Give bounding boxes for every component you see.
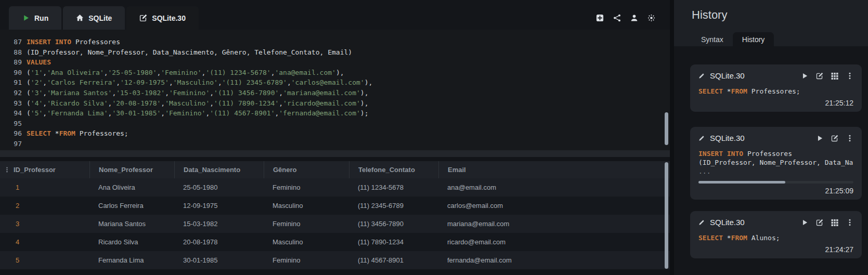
add-icon[interactable] <box>596 14 604 22</box>
share-icon[interactable] <box>613 14 621 22</box>
code-token: , <box>161 109 165 117</box>
code-line: 96SELECT *FROM Professores; <box>0 128 670 139</box>
cell-gênero: Feminino <box>264 256 349 264</box>
code-token: Professores <box>743 150 792 158</box>
column-header-id_professor[interactable]: ID_Professor <box>14 161 89 178</box>
main-panel: RunSQLiteSQLite.30 87INSERT INTO Profess… <box>0 0 670 275</box>
tab-sqlite-30[interactable]: SQLite.30 <box>126 6 199 30</box>
code-token: 'ana@email.com' <box>275 69 335 76</box>
scrollbar-thumb[interactable] <box>698 181 785 184</box>
history-query-scrollbar[interactable] <box>698 181 853 184</box>
code-token: SELECT <box>698 234 723 242</box>
cell-telefone_contato: (11) 4567-8901 <box>349 256 438 264</box>
history-query-line: (ID_Professor, Nome_Professor, Data_Nasc <box>698 158 853 167</box>
code-token: 'ricardo@email.com' <box>283 99 360 107</box>
column-header-email[interactable]: Email <box>438 161 670 178</box>
editor-scrollbar[interactable] <box>665 112 668 145</box>
history-card: SQLite.30SELECT *FROM Professores;21:25:… <box>690 64 862 112</box>
code-token: 'Ana Oliveira' <box>47 69 104 76</box>
edit-icon[interactable] <box>831 135 838 142</box>
topbar-actions <box>596 14 655 22</box>
sidebar-panel: History SyntaxHistory SQLite.30SELECT *F… <box>674 0 868 275</box>
table-row: 4Ricardo Silva20-08-1978Masculino(11) 78… <box>0 233 670 251</box>
code-token: '(11) 4567-8901' <box>210 109 275 117</box>
home-icon <box>76 14 84 22</box>
code-token: ), <box>360 99 369 107</box>
cell-data_nascimento: 15-03-1982 <box>174 220 264 228</box>
tab-label: SQLite.30 <box>152 14 186 22</box>
table-row: 5Fernanda Lima30-01-1985Feminino(11) 456… <box>0 251 670 269</box>
sql-editor[interactable]: 87INSERT INTO Professores88(ID_Professor… <box>0 30 670 150</box>
play-icon[interactable] <box>801 72 808 80</box>
play-icon[interactable] <box>801 219 808 226</box>
kebab-icon[interactable] <box>846 219 853 226</box>
results-table: ID_ProfessorNome_ProfessorData_Nasciment… <box>0 157 670 275</box>
results-scrollbar[interactable] <box>665 162 668 269</box>
cell-data_nascimento: 30-01-1985 <box>174 256 264 264</box>
cell-gênero: Masculino <box>264 238 349 246</box>
code-token: , <box>210 89 214 97</box>
history-query-line: SELECT *FROM Professores; <box>698 87 853 96</box>
edit-icon[interactable] <box>816 219 823 226</box>
code-token: '4' <box>31 99 43 107</box>
column-header-gênero[interactable]: Gênero <box>264 161 349 178</box>
line-code: INSERT INTO Professores <box>22 37 120 47</box>
history-card-header: SQLite.30 <box>698 134 853 142</box>
code-token: , <box>169 78 173 86</box>
results-header: ID_ProfessorNome_ProfessorData_Nasciment… <box>0 161 670 178</box>
history-sidebar: History SyntaxHistory SQLite.30SELECT *F… <box>670 0 868 275</box>
code-token: * <box>723 234 731 242</box>
edit-icon[interactable] <box>816 72 823 80</box>
code-token: INSERT INTO <box>698 150 743 158</box>
code-token: '2' <box>31 78 43 86</box>
column-header-telefone_contato[interactable]: Telefone_Contato <box>349 161 438 178</box>
code-token: '5' <box>31 109 43 117</box>
grid-icon[interactable] <box>831 72 838 80</box>
code-token: 'Feminino' <box>169 89 210 97</box>
code-token: 'fernanda@email.com' <box>279 109 360 117</box>
tab-sqlite[interactable]: SQLite <box>63 6 125 30</box>
history-query-line: ... <box>698 167 853 176</box>
code-token: ( <box>27 99 31 107</box>
code-token: 'Fernanda Lima' <box>47 109 108 117</box>
line-number: 91 <box>0 77 22 88</box>
column-drag-handle[interactable] <box>0 166 14 173</box>
code-line: 95 <box>0 119 670 129</box>
code-token: 'Masculino' <box>165 99 210 107</box>
code-token: (ID_Professor, Nome_Professor, Data_Nasc <box>698 159 853 166</box>
history-query: SELECT *FROM Alunos; <box>698 233 853 242</box>
code-token: SELECT <box>698 87 723 95</box>
cell-gênero: Feminino <box>264 184 349 191</box>
code-token: Professores; <box>75 129 128 137</box>
code-token: 'Feminino' <box>165 109 205 117</box>
play-icon[interactable] <box>816 135 823 142</box>
edit-icon <box>139 14 147 22</box>
kebab-icon[interactable] <box>846 135 853 142</box>
history-timestamp: 21:24:27 <box>698 245 853 254</box>
code-token: ), <box>360 89 369 97</box>
sidebar-tab-history[interactable]: History <box>733 32 774 46</box>
panel-divider[interactable] <box>0 150 670 157</box>
column-header-data_nascimento[interactable]: Data_Nascimento <box>174 161 264 178</box>
kebab-icon[interactable] <box>846 72 853 80</box>
cell-id_professor: 5 <box>14 256 89 264</box>
topbar-tabs: RunSQLiteSQLite.30 <box>9 6 199 30</box>
pencil-icon <box>698 219 705 226</box>
history-list: SQLite.30SELECT *FROM Professores;21:25:… <box>674 46 868 275</box>
line-number: 90 <box>0 68 22 78</box>
code-token: '20-08-1978' <box>112 99 161 107</box>
grid-icon[interactable] <box>831 219 838 226</box>
code-token: '(11) 1234-5678' <box>205 69 270 76</box>
user-icon[interactable] <box>630 14 638 22</box>
code-line: 92('3','Mariana Santos','15-03-1982','Fe… <box>0 88 670 98</box>
code-token: '(11) 2345-6789' <box>222 78 287 86</box>
tab-run[interactable]: Run <box>9 6 61 30</box>
code-token: ... <box>698 167 710 175</box>
cell-gênero: Masculino <box>264 202 349 209</box>
code-token: , <box>43 99 47 107</box>
settings-icon[interactable] <box>647 14 655 22</box>
history-card-title: SQLite.30 <box>710 71 745 80</box>
code-line: 87INSERT INTO Professores <box>0 37 670 47</box>
sidebar-tab-syntax[interactable]: Syntax <box>692 32 733 46</box>
column-header-nome_professor[interactable]: Nome_Professor <box>89 161 174 178</box>
